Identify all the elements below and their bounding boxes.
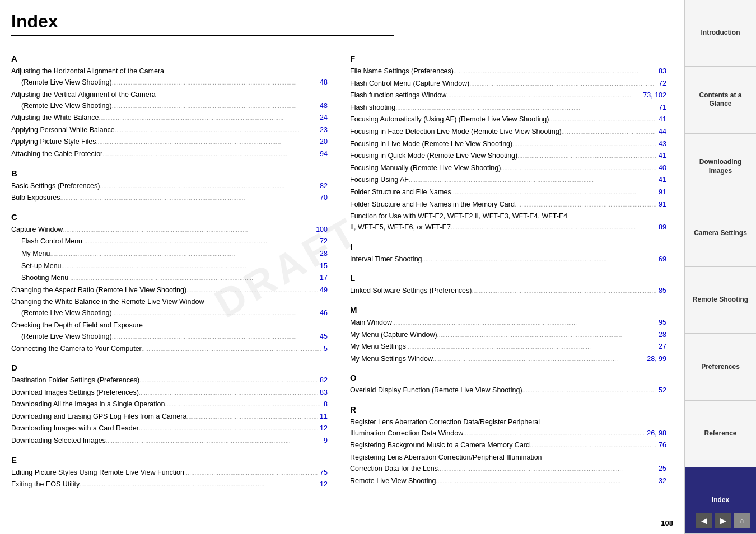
- list-item: Attaching the Cable Protector ..........…: [11, 148, 328, 161]
- entry-page: 73, 102: [643, 90, 666, 101]
- entry-page: 44: [659, 126, 666, 137]
- section-letter-e: E: [11, 455, 328, 465]
- entry-text: Set-up Menu: [21, 260, 62, 271]
- entry-text: Connecting the Camera to Your Computer: [11, 343, 142, 354]
- section-letter-l: L: [350, 273, 666, 283]
- entry-text: Downloading Selected Images: [11, 435, 106, 446]
- list-item: Function for Use with WFT-E2, WFT-E2 II,…: [350, 210, 666, 222]
- section-letter-a: A: [11, 54, 328, 63]
- entry-text: Attaching the Cable Protector: [11, 148, 102, 160]
- list-item: Downloading Images with a Card Reader ..…: [11, 423, 328, 435]
- entry-page: 26, 98: [647, 428, 666, 439]
- entry-text: Focusing in Face Detection Live Mode (Re…: [350, 126, 562, 137]
- entry-text: Flash function settings Window: [350, 90, 446, 101]
- entry-text: Flash shooting: [350, 102, 395, 113]
- entry-text: Linked Software Settings (Preferences): [350, 285, 472, 296]
- list-item: Changing the Aspect Ratio (Remote Live V…: [11, 284, 328, 297]
- list-item: My Menu ................................…: [11, 248, 328, 260]
- entry-text: My Menu Settings Window: [350, 353, 433, 364]
- sidebar-item-camera-settings[interactable]: Camera Settings: [685, 200, 756, 267]
- sidebar-item-downloading-images[interactable]: Downloading Images: [685, 134, 756, 200]
- list-item: Flash Control Menu .....................…: [11, 236, 328, 248]
- section-letter-d: D: [11, 363, 328, 372]
- entry-page: 9: [324, 435, 328, 446]
- list-item: Folder Structure and File Names ........…: [350, 186, 666, 199]
- entry-page: 28: [659, 329, 666, 340]
- list-item: Flash Control Menu (Capture Window) ....…: [350, 78, 666, 90]
- sidebar: IntroductionContents at a GlanceDownload…: [684, 0, 756, 534]
- prev-button[interactable]: ◀: [696, 513, 712, 528]
- sidebar-item-reference[interactable]: Reference: [685, 401, 756, 467]
- list-item: Changing the White Balance in the Remote…: [11, 296, 328, 307]
- home-button[interactable]: ⌂: [734, 513, 750, 528]
- list-item: My Menu (Capture Window) ...............…: [350, 329, 666, 341]
- list-item: (Remote Live View Shooting) ............…: [11, 77, 328, 89]
- entry-text: Bulb Exposures: [11, 192, 60, 203]
- entry-page: 52: [659, 385, 666, 396]
- entry-page: 82: [320, 374, 328, 386]
- entry-text: Exiting the EOS Utility: [11, 479, 80, 490]
- list-item: Downloading Selected Images ............…: [11, 435, 328, 447]
- list-item: Main Window ............................…: [350, 317, 666, 329]
- list-item: (Remote Live View Shooting) ............…: [11, 331, 328, 343]
- entry-page: 28: [320, 248, 328, 259]
- entry-page: 25: [659, 463, 666, 474]
- sidebar-item-preferences[interactable]: Preferences: [685, 334, 756, 400]
- list-item: My Menu Settings .......................…: [350, 341, 666, 353]
- entry-page: 12: [320, 479, 328, 490]
- entry-text: Applying Picture Style Files: [11, 136, 96, 147]
- entry-page: 32: [659, 475, 666, 486]
- sidebar-item-introduction[interactable]: Introduction: [685, 0, 756, 67]
- entry-text: Adjusting the Horizontal Alignment of th…: [11, 65, 164, 77]
- entry-page: 76: [659, 439, 666, 451]
- list-item: Linked Software Settings (Preferences) .…: [350, 285, 666, 297]
- entry-text: Editing Picture Styles Using Remote Live…: [11, 467, 184, 478]
- entry-text: (Remote Live View Shooting): [21, 77, 112, 88]
- entry-page: 91: [659, 186, 666, 198]
- entry-text: My Menu Settings: [350, 341, 406, 352]
- entry-text: Focusing Using AF: [350, 174, 409, 185]
- entry-text: Remote Live View Shooting: [350, 475, 436, 486]
- list-item: (Remote Live View Shooting) ............…: [11, 100, 328, 113]
- entry-text: Register Lens Aberration Correction Data…: [350, 416, 540, 428]
- main-content: Index AAdjusting the Horizontal Alignmen…: [0, 0, 683, 502]
- entry-text: II, WFT-E5, WFT-E6, or WFT-E7: [350, 222, 451, 233]
- list-item: Overlaid Display Function (Remote Live V…: [350, 385, 666, 397]
- entry-text: (Remote Live View Shooting): [21, 331, 112, 342]
- list-item: Exiting the EOS Utility ................…: [11, 479, 328, 491]
- entry-page: 45: [320, 331, 328, 342]
- list-item: Downloading All the Images in a Single O…: [11, 399, 328, 411]
- next-button[interactable]: ▶: [715, 513, 731, 528]
- list-item: Remote Live View Shooting ..............…: [350, 475, 666, 488]
- entry-page: 100: [316, 224, 328, 235]
- entry-text: Registering Background Music to a Camera…: [350, 439, 530, 451]
- entry-page: 75: [320, 467, 328, 478]
- list-item: Focusing Manually (Remote Live View Shoo…: [350, 162, 666, 175]
- list-item: Focusing in Quick Mode (Remote Live View…: [350, 150, 666, 162]
- list-item: Checking the Depth of Field and Exposure: [11, 320, 328, 331]
- list-item: Set-up Menu ............................…: [11, 260, 328, 273]
- list-item: Focusing in Live Mode (Remote Live View …: [350, 138, 666, 151]
- entry-text: My Menu (Capture Window): [350, 329, 437, 340]
- entry-page: 8: [324, 399, 328, 410]
- entry-text: Capture Window: [11, 224, 63, 235]
- section-letter-b: B: [11, 168, 328, 178]
- list-item: My Menu Settings Window ................…: [350, 353, 666, 366]
- section-letter-r: R: [350, 405, 666, 414]
- list-item: File Name Settings (Preferences) .......…: [350, 65, 666, 78]
- section-letter-o: O: [350, 373, 666, 382]
- list-item: Downloading and Erasing GPS Log Files fr…: [11, 411, 328, 423]
- section-letter-c: C: [11, 212, 328, 222]
- entry-text: Flash Control Menu: [21, 236, 82, 247]
- index-columns: AAdjusting the Horizontal Alignment of t…: [11, 46, 666, 491]
- entry-page: 15: [320, 260, 328, 271]
- entry-page: 23: [320, 124, 328, 135]
- right-column: FFile Name Settings (Preferences) ......…: [350, 46, 666, 491]
- sidebar-item-remote-shooting[interactable]: Remote Shooting: [685, 267, 756, 334]
- sidebar-item-contents-at-a-glance[interactable]: Contents at a Glance: [685, 67, 756, 133]
- list-item: Registering Lens Aberration Correction/P…: [350, 452, 666, 463]
- list-item: Capture Window .........................…: [11, 224, 328, 236]
- entry-page: 85: [659, 285, 666, 296]
- entry-text: Basic Settings (Preferences): [11, 180, 100, 191]
- list-item: Adjusting the Vertical Alignment of the …: [11, 89, 328, 100]
